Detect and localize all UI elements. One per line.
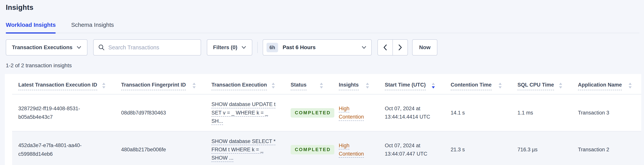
table-row: 328729d2-ff19-4408-8531-b05a5b4e43c7 08d… [12, 94, 641, 131]
column-header-sql-cpu-time[interactable]: SQL CPU Time [511, 77, 572, 94]
results-summary: 1-2 of 2 transaction insights [6, 62, 638, 69]
column-header-contention-time[interactable]: Contention Time [444, 77, 511, 94]
column-header-transaction-fingerprint-id[interactable]: Transaction Fingerprint ID [115, 77, 205, 94]
sql-cpu-time: 1.1 ms [518, 110, 533, 116]
chevron-down-icon [362, 46, 366, 49]
toolbar: Transaction Executions Filters (0) 6h Pa… [6, 39, 638, 56]
time-range-badge: 6h [266, 43, 278, 52]
now-button-label: Now [419, 44, 430, 51]
column-header-start-time[interactable]: Start Time (UTC) [378, 77, 444, 94]
application-name: Transaction 3 [578, 110, 609, 116]
latest-execution-id: 328729d2-ff19-4408-8531-b05a5b4e43c7 [18, 104, 111, 121]
time-range-label: Past 6 Hours [283, 44, 357, 51]
search-icon [98, 44, 105, 51]
start-time: Oct 07, 2024 at 13:44:14.4414 UTC [385, 106, 430, 120]
transaction-insights-table: Latest Transaction Execution ID Transact… [12, 77, 641, 165]
sql-cpu-time: 716.3 µs [518, 147, 538, 152]
insights-page: Insights Workload Insights Schema Insigh… [0, 0, 644, 165]
workload-type-dropdown-label: Transaction Executions [12, 44, 72, 51]
start-time: Oct 07, 2024 at 13:44:07.447 UTC [385, 143, 427, 157]
insight-link[interactable]: High Contention [339, 106, 364, 120]
sort-arrows-icon[interactable] [628, 82, 632, 89]
contention-time: 14.1 s [451, 110, 465, 116]
insights-table-card: Latest Transaction Execution ID Transact… [5, 74, 641, 165]
tab-bar: Workload Insights Schema Insights [0, 22, 644, 33]
sort-arrows-icon[interactable] [271, 82, 275, 89]
column-header-application-name[interactable]: Application Name [572, 77, 641, 94]
fingerprint-id: 480a8b217be006fe [121, 147, 166, 152]
tab-bar-divider [6, 33, 640, 33]
page-title: Insights [6, 4, 638, 12]
column-header-latest-transaction-execution-id[interactable]: Latest Transaction Execution ID [12, 77, 115, 94]
search-box [93, 39, 201, 56]
workload-type-dropdown[interactable]: Transaction Executions [6, 39, 88, 56]
now-button[interactable]: Now [412, 39, 437, 56]
previous-range-button[interactable] [378, 39, 393, 56]
chevron-left-icon [383, 44, 387, 51]
latest-execution-id: 452da3e7-e7fa-4801-aa40-c59988d14eb6 [18, 141, 111, 158]
toolbar-divider [257, 42, 258, 53]
sort-arrows-icon[interactable] [559, 82, 562, 89]
chevron-right-icon [398, 44, 402, 51]
tab-schema-insights-label: Schema Insights [71, 22, 114, 28]
table-row: 452da3e7-e7fa-4801-aa40-c59988d14eb6 480… [12, 131, 641, 165]
next-range-button[interactable] [393, 39, 408, 56]
time-range-arrows [378, 39, 408, 56]
column-header-transaction-execution[interactable]: Transaction Execution [205, 77, 284, 94]
sort-arrows-icon[interactable] [320, 82, 323, 89]
filters-button-label: Filters (0) [213, 44, 237, 51]
column-header-status[interactable]: Status [284, 77, 332, 94]
sort-arrows-icon[interactable] [102, 82, 106, 89]
transaction-execution-link[interactable]: SHOW database SELECT * FROM t WHERE k = … [212, 138, 276, 161]
transaction-execution-link[interactable]: SHOW database UPDATE t SET v = _ WHERE k… [212, 101, 276, 124]
table-header-row: Latest Transaction Execution ID Transact… [12, 77, 641, 94]
search-input[interactable] [108, 44, 196, 51]
chevron-down-icon [77, 46, 81, 49]
tab-workload-insights-label: Workload Insights [6, 22, 56, 28]
filters-button[interactable]: Filters (0) [207, 39, 252, 56]
fingerprint-id: 08d8b7d97f830463 [121, 110, 166, 116]
insight-link[interactable]: High Contention [339, 143, 364, 157]
status-badge: COMPLETED [290, 145, 334, 154]
sort-arrows-icon-active-desc[interactable] [432, 82, 435, 89]
contention-time: 21.3 s [451, 147, 465, 152]
tab-workload-insights[interactable]: Workload Insights [6, 22, 56, 33]
time-range-picker[interactable]: 6h Past 6 Hours [263, 39, 372, 56]
page-header: Insights [0, 0, 644, 12]
application-name: Transaction 2 [578, 147, 609, 152]
column-header-insights[interactable]: Insights [332, 77, 378, 94]
chevron-down-icon [242, 46, 246, 49]
sort-arrows-icon[interactable] [192, 82, 196, 89]
sort-arrows-icon[interactable] [366, 82, 370, 89]
tab-schema-insights[interactable]: Schema Insights [71, 22, 114, 33]
status-badge: COMPLETED [290, 108, 334, 118]
sort-arrows-icon[interactable] [498, 82, 502, 89]
